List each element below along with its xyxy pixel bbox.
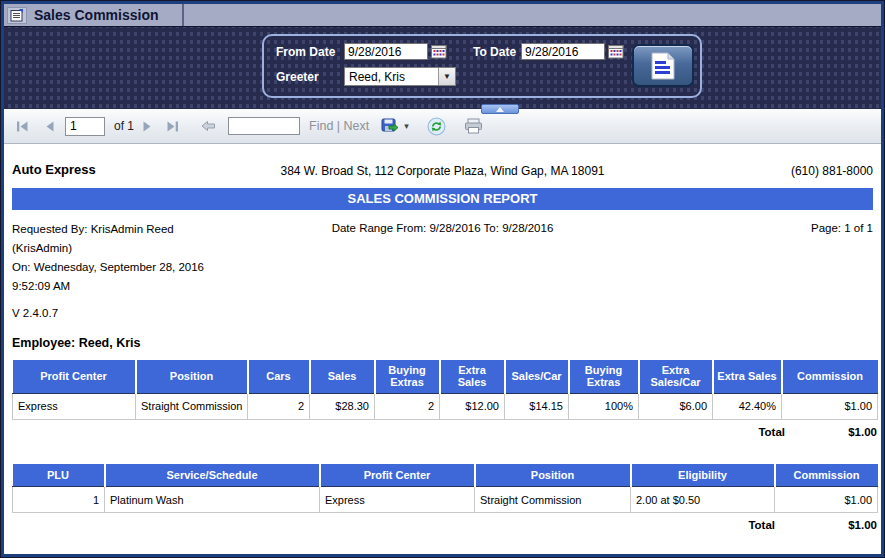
next-page-icon [142, 121, 152, 132]
requested-on: On: Wednesday, September 28, 2016 [12, 258, 204, 277]
next-link[interactable]: Next [344, 119, 370, 133]
column-header: Buying Extras [375, 360, 440, 393]
company-address: 384 W. Broad St, 112 Corporate Plaza, Wi… [10, 164, 875, 178]
column-header: Eligibility [631, 464, 775, 487]
column-header: Commission [775, 464, 878, 487]
total-value: $1.00 [848, 519, 877, 531]
export-button[interactable]: ▾ [381, 118, 409, 134]
total-label: Total [748, 519, 775, 531]
report-header: Auto Express 384 W. Broad St, 112 Corpor… [10, 144, 875, 178]
commission-total-row: Total $1.00 [12, 426, 877, 438]
plu-detail-table: PLU Service/Schedule Profit Center Posit… [12, 464, 878, 514]
column-header: Position [136, 360, 248, 393]
report-title-banner: SALES COMMISSION REPORT [12, 188, 873, 210]
from-date-label: From Date [276, 45, 344, 59]
export-save-icon [381, 118, 401, 134]
cell-position: Straight Commission [475, 487, 631, 513]
last-page-icon [164, 121, 179, 132]
export-caret-icon[interactable]: ▾ [404, 121, 409, 131]
printer-icon [464, 118, 483, 134]
cell-service-schedule: Platinum Wash [105, 487, 320, 513]
report-note-icon [7, 7, 27, 24]
cell-profit-center: Express [320, 487, 475, 513]
cell-sales-per-car: $14.15 [505, 393, 569, 419]
plu-header-row: PLU Service/Schedule Profit Center Posit… [13, 464, 878, 487]
company-phone: (610) 881-8000 [791, 164, 873, 178]
parameter-panel: From Date To Date [4, 27, 881, 109]
parameter-group: From Date To Date [262, 34, 702, 98]
print-button[interactable] [464, 118, 483, 134]
cell-extra-sales-per-car: $6.00 [639, 393, 713, 419]
commission-header-row: Profit Center Position Cars Sales Buying… [13, 360, 878, 393]
cell-position: Straight Commission [136, 393, 248, 419]
chevron-up-icon [496, 107, 504, 112]
cell-buying-extras: 2 [375, 393, 440, 419]
column-header: PLU [13, 464, 105, 487]
page-info-text: Page: 1 of 1 [811, 222, 873, 234]
cell-plu: 1 [13, 487, 105, 513]
search-input[interactable] [228, 117, 300, 135]
column-header: Position [475, 464, 631, 487]
column-header: Cars [248, 360, 310, 393]
column-header: Commission [782, 360, 878, 393]
greeter-selected-value: Reed, Kris [345, 70, 438, 84]
title-tab[interactable]: Sales Commission [4, 4, 184, 26]
employee-name: Employee: Reed, Kris [12, 336, 875, 350]
date-range-text: Date Range From: 9/28/2016 To: 9/28/2016 [10, 222, 875, 234]
cell-extra-sales-pct: 42.40% [713, 393, 782, 419]
table-row: 1 Platinum Wash Express Straight Commiss… [13, 487, 878, 513]
first-page-button[interactable] [16, 121, 31, 132]
greeter-select[interactable]: Reed, Kris ▼ [344, 67, 456, 86]
last-page-button[interactable] [164, 121, 179, 132]
find-next-separator: | [337, 119, 340, 133]
cell-sales: $28.30 [310, 393, 375, 419]
column-header: Service/Schedule [105, 464, 320, 487]
column-header: Profit Center [320, 464, 475, 487]
find-link[interactable]: Find [309, 119, 333, 133]
cell-commission: $1.00 [782, 393, 878, 419]
page-count-label: of 1 [114, 119, 134, 133]
commission-summary-table: Profit Center Position Cars Sales Buying… [12, 360, 878, 420]
refresh-icon [427, 117, 446, 136]
report-info-section: Requested By: KrisAdmin Reed (KrisAdmin)… [10, 220, 875, 318]
title-bar: Sales Commission [4, 4, 881, 27]
to-date-input[interactable] [521, 43, 605, 60]
parameter-collapse-handle[interactable] [481, 104, 519, 114]
column-header: Extra Sales [440, 360, 505, 393]
cell-extra-sales: $12.00 [440, 393, 505, 419]
requested-by-line2: (KrisAdmin) [12, 239, 204, 258]
window-title: Sales Commission [34, 7, 159, 23]
run-report-button[interactable] [632, 44, 694, 87]
total-label: Total [758, 426, 785, 438]
table-row: Express Straight Commission 2 $28.30 2 $… [13, 393, 878, 419]
refresh-button[interactable] [427, 117, 446, 136]
back-to-parent-button[interactable] [201, 120, 216, 132]
from-date-calendar-icon[interactable] [431, 44, 447, 59]
column-header: Profit Center [13, 360, 136, 393]
cell-buying-extras-pct: 100% [569, 393, 639, 419]
report-viewer-toolbar: of 1 Find | Next ▾ [4, 109, 881, 144]
page-number-input[interactable] [65, 117, 105, 136]
cell-commission: $1.00 [775, 487, 878, 513]
next-page-button[interactable] [142, 121, 152, 132]
previous-page-button[interactable] [45, 121, 55, 132]
first-page-icon [16, 121, 31, 132]
to-date-label: To Date [473, 45, 521, 59]
previous-page-icon [45, 121, 55, 132]
find-next-links: Find | Next [309, 119, 369, 133]
document-icon [651, 52, 675, 80]
sales-commission-window: Sales Commission From Date To Date [0, 0, 885, 558]
from-date-input[interactable] [344, 43, 428, 60]
column-header: Sales [310, 360, 375, 393]
column-header: Sales/Car [505, 360, 569, 393]
requested-by-block: Requested By: KrisAdmin Reed (KrisAdmin)… [12, 220, 204, 323]
column-header: Buying Extras [569, 360, 639, 393]
report-body: Auto Express 384 W. Broad St, 112 Corpor… [4, 144, 881, 554]
cell-cars: 2 [248, 393, 310, 419]
requested-time: 9:52:09 AM [12, 277, 204, 296]
column-header: Extra Sales/Car [639, 360, 713, 393]
back-arrow-icon [201, 120, 216, 132]
report-version: V 2.4.0.7 [12, 304, 204, 323]
chevron-down-icon[interactable]: ▼ [438, 68, 455, 85]
to-date-calendar-icon[interactable] [608, 44, 624, 59]
